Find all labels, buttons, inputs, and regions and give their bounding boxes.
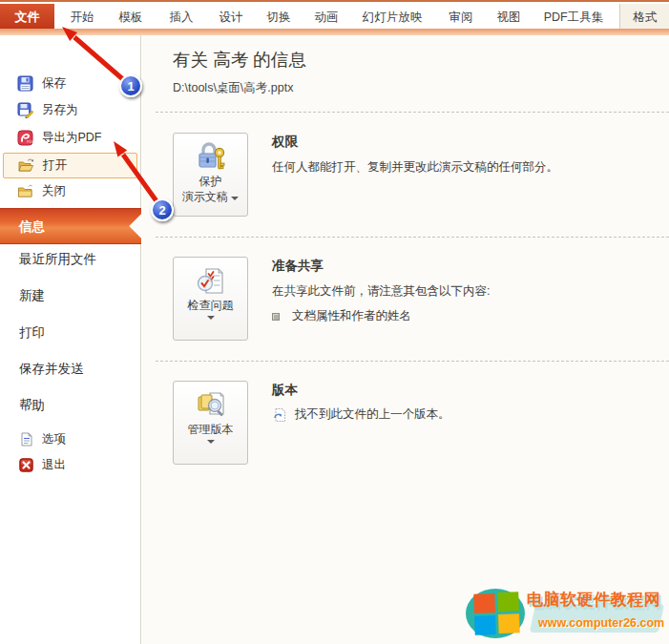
section-separator bbox=[156, 361, 669, 362]
tab-pdf-tools[interactable]: PDF工具集 bbox=[544, 4, 604, 31]
dropdown-arrow-icon bbox=[231, 197, 239, 200]
file-path: D:\tools\桌面\高考.pptx bbox=[173, 80, 293, 96]
sidebar-nav-print[interactable]: 打印 bbox=[0, 315, 141, 351]
tab-slideshow[interactable]: 幻灯片放映 bbox=[363, 4, 423, 31]
tab-design[interactable]: 设计 bbox=[220, 4, 243, 31]
windows-flag-icon bbox=[473, 592, 521, 635]
tab-insert[interactable]: 插入 bbox=[170, 4, 194, 31]
sidebar-item-open[interactable]: 打开 bbox=[3, 153, 137, 178]
manage-versions-icon bbox=[195, 389, 227, 422]
button-label: 检查问题 bbox=[188, 298, 234, 313]
sidebar-item-options[interactable]: 选项 bbox=[3, 426, 137, 451]
section-text: 准备共享 在共享此文件前，请注意其包含以下内容: 文档属性和作者的姓名 bbox=[272, 257, 490, 341]
tab-template[interactable]: 模板 bbox=[119, 4, 143, 31]
sidebar-item-label: 退出 bbox=[42, 457, 66, 473]
tab-file[interactable]: 文件 bbox=[0, 4, 54, 31]
sidebar-item-exit[interactable]: 退出 bbox=[3, 452, 137, 477]
exit-x-icon bbox=[19, 458, 33, 472]
section-heading: 准备共享 bbox=[272, 258, 490, 275]
step-2-badge: 2 bbox=[151, 198, 174, 221]
sidebar-item-close[interactable]: 关闭 bbox=[3, 178, 137, 204]
sidebar-item-label: 打开 bbox=[43, 157, 67, 174]
watermark: 电脑软硬件教程网 www.computer26.com bbox=[466, 585, 669, 642]
previous-version-page-icon bbox=[272, 407, 287, 423]
section-body: 任何人都能打开、复制并更改此演示文稿的任何部分。 bbox=[272, 159, 558, 176]
section-text: 权限 任何人都能打开、复制并更改此演示文稿的任何部分。 bbox=[272, 133, 558, 217]
dropdown-arrow-icon bbox=[207, 440, 215, 444]
sidebar-item-label: 选项 bbox=[42, 431, 66, 447]
sidebar-item-label: 导出为PDF bbox=[42, 130, 102, 146]
powerpoint-backstage-window: 文件 开始 模板 插入 设计 切换 动画 幻灯片放映 审阅 视图 PDF工具集 … bbox=[0, 0, 669, 644]
tab-review[interactable]: 审阅 bbox=[449, 4, 473, 31]
ribbon-tab-bar: 文件 开始 模板 插入 设计 切换 动画 幻灯片放映 审阅 视图 PDF工具集 … bbox=[0, 0, 669, 29]
section-separator bbox=[156, 237, 669, 238]
backstage-sidebar: 保存 另存为 PDF 导出为PDF bbox=[0, 35, 141, 644]
section-heading: 权限 bbox=[272, 134, 558, 151]
tab-home[interactable]: 开始 bbox=[71, 4, 94, 31]
sidebar-nav-label: 最近所用文件 bbox=[19, 252, 96, 266]
step-1-badge: 1 bbox=[119, 74, 142, 97]
section-text: 版本 找不到此文件的上一个版本。 bbox=[272, 381, 450, 465]
inspect-document-icon bbox=[195, 265, 227, 298]
sidebar-nav-label: 保存并发送 bbox=[19, 362, 84, 376]
no-previous-version-item: 找不到此文件的上一个版本。 bbox=[272, 406, 450, 423]
bullet-text: 文档属性和作者的姓名 bbox=[292, 308, 411, 324]
button-label: 管理版本 bbox=[188, 422, 234, 437]
page-title: 有关 高考 的信息 bbox=[173, 48, 306, 72]
options-page-icon bbox=[19, 432, 33, 447]
open-folder-icon bbox=[18, 157, 34, 174]
ribbon-accent-band bbox=[0, 29, 669, 35]
sidebar-nav-label: 新建 bbox=[19, 288, 45, 302]
sidebar-item-save[interactable]: 保存 bbox=[3, 71, 137, 96]
lock-and-key-icon bbox=[195, 141, 227, 174]
section-separator bbox=[156, 112, 669, 113]
section-permissions: 保护 演示文稿 权限 任何人都能打开、复制并更改此演示文稿的任何部分。 bbox=[173, 133, 659, 217]
bullet-square-icon bbox=[272, 313, 280, 321]
button-label: 保护 演示文稿 bbox=[182, 174, 239, 204]
floppy-disk-icon bbox=[17, 75, 33, 92]
sidebar-item-label: 另存为 bbox=[42, 102, 78, 118]
check-for-issues-button[interactable]: 检查问题 bbox=[173, 257, 248, 341]
watermark-site-name: 电脑软硬件教程网 bbox=[527, 589, 660, 611]
sidebar-nav-label: 帮助 bbox=[19, 398, 45, 412]
share-warning-item: 文档属性和作者的姓名 bbox=[272, 308, 490, 324]
sidebar-nav-recent[interactable]: 最近所用文件 bbox=[0, 241, 141, 278]
protect-presentation-button[interactable]: 保护 演示文稿 bbox=[173, 133, 248, 217]
sidebar-item-save-as[interactable]: 另存为 bbox=[3, 97, 137, 123]
section-heading: 版本 bbox=[272, 382, 450, 399]
sidebar-nav-help[interactable]: 帮助 bbox=[0, 387, 141, 424]
sidebar-nav-label: 信息 bbox=[19, 219, 45, 234]
section-body: 在共享此文件前，请注意其包含以下内容: bbox=[272, 283, 490, 300]
sidebar-nav-label: 打印 bbox=[19, 325, 45, 340]
tab-view[interactable]: 视图 bbox=[497, 4, 521, 31]
tab-transitions[interactable]: 切换 bbox=[267, 4, 291, 31]
watermark-site-url: www.computer26.com bbox=[538, 616, 664, 630]
sidebar-item-label: 关闭 bbox=[42, 183, 66, 199]
tab-format[interactable]: 格式 bbox=[634, 4, 658, 31]
manage-versions-button[interactable]: 管理版本 bbox=[173, 381, 248, 465]
sidebar-nav-info[interactable]: 信息 bbox=[0, 208, 141, 244]
floppy-disk-pencil-icon bbox=[17, 102, 33, 118]
section-prepare-sharing: 检查问题 准备共享 在共享此文件前，请注意其包含以下内容: 文档属性和作者的姓名 bbox=[173, 257, 659, 341]
folder-icon bbox=[17, 183, 33, 199]
section-versions: 管理版本 版本 找不到此文件的上一个版本。 bbox=[173, 381, 659, 465]
pdf-export-icon: PDF bbox=[17, 130, 33, 146]
backstage-info-pane: 有关 高考 的信息 D:\tools\桌面\高考.pptx bbox=[142, 35, 669, 644]
dropdown-arrow-icon bbox=[207, 316, 215, 320]
item-text: 找不到此文件的上一个版本。 bbox=[295, 406, 450, 423]
sidebar-item-export-pdf[interactable]: PDF 导出为PDF bbox=[3, 125, 137, 151]
sidebar-item-label: 保存 bbox=[42, 75, 66, 92]
sidebar-nav-new[interactable]: 新建 bbox=[0, 278, 141, 314]
sidebar-nav-save-send[interactable]: 保存并发送 bbox=[0, 351, 141, 387]
svg-text:PDF: PDF bbox=[27, 139, 33, 144]
tab-animations[interactable]: 动画 bbox=[315, 4, 339, 31]
